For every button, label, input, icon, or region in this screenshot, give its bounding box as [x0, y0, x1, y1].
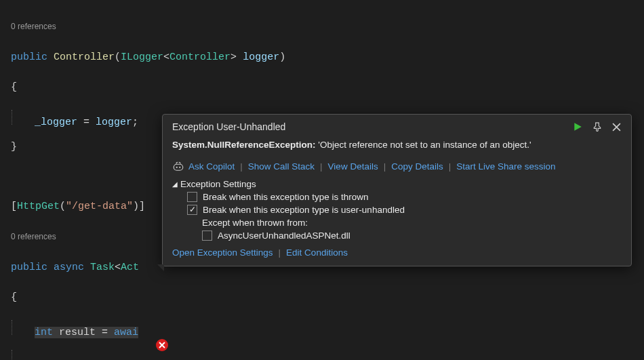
code-line[interactable]: int result = awai	[11, 320, 644, 335]
blank-line	[11, 350, 644, 360]
exception-actions: Ask Copilot | Show Call Stack | View Det…	[172, 161, 622, 172]
popup-tail	[157, 264, 164, 271]
code-line[interactable]: {	[11, 290, 644, 305]
except-dll-checkbox[interactable]	[202, 231, 212, 241]
exception-message: System.NullReferenceException: 'Object r…	[172, 139, 622, 152]
break-thrown-label: Break when this exception type is thrown	[203, 192, 369, 202]
close-icon[interactable]	[611, 122, 622, 132]
break-user-unhandled-label: Break when this exception type is user-u…	[203, 205, 405, 215]
expand-icon: ◢	[172, 180, 178, 188]
code-line[interactable]: public Controller(ILogger<Controller> lo…	[11, 50, 644, 65]
continue-icon[interactable]	[572, 122, 582, 132]
ask-copilot-link[interactable]: Ask Copilot	[188, 161, 235, 172]
pin-icon[interactable]	[592, 122, 602, 132]
copilot-icon	[172, 161, 184, 172]
popup-title: Exception User-Unhandled	[172, 121, 285, 132]
exception-settings-expander[interactable]: ◢ Exception Settings	[172, 179, 622, 189]
live-share-link[interactable]: Start Live Share session	[456, 161, 555, 172]
except-when-label: Except when thrown from:	[202, 218, 622, 228]
view-details-link[interactable]: View Details	[328, 161, 378, 172]
break-user-unhandled-checkbox[interactable]: ✓	[187, 205, 197, 215]
break-thrown-checkbox[interactable]	[187, 192, 197, 202]
exception-popup: Exception User-Unhandled System.NullRefe…	[162, 114, 632, 266]
svg-point-1	[176, 167, 178, 168]
show-call-stack-link[interactable]: Show Call Stack	[248, 161, 315, 172]
open-exception-settings-link[interactable]: Open Exception Settings	[172, 247, 273, 258]
svg-rect-0	[174, 164, 183, 170]
except-dll-label: AsyncUserUnhandledASPNet.dll	[218, 231, 350, 241]
codelens-references[interactable]: 0 references	[11, 19, 644, 34]
copy-details-link[interactable]: Copy Details	[391, 161, 443, 172]
code-line[interactable]: {	[11, 80, 644, 95]
error-glyph-icon[interactable]	[156, 339, 168, 351]
svg-point-2	[179, 167, 180, 168]
edit-conditions-link[interactable]: Edit Conditions	[286, 247, 348, 258]
